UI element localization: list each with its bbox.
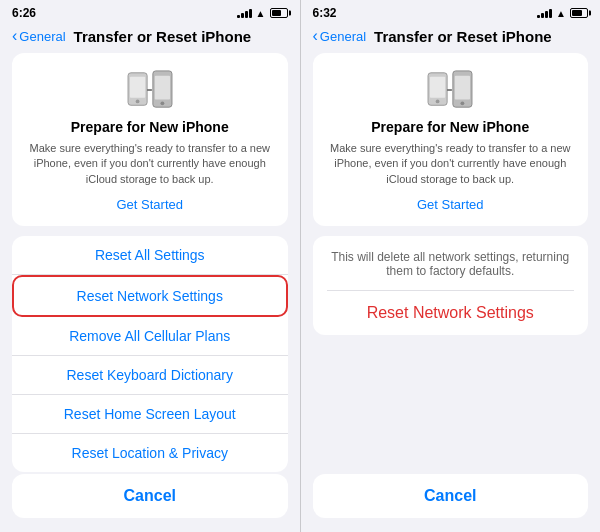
- reset-home-screen-layout[interactable]: Reset Home Screen Layout: [12, 395, 288, 434]
- status-bar-right: 6:32 ▲: [301, 0, 601, 24]
- svg-point-5: [160, 101, 164, 105]
- confirm-description: This will delete all network settings, r…: [327, 250, 575, 291]
- reset-list-left: Reset All Settings Reset Network Setting…: [12, 236, 288, 472]
- confirm-card-right: This will delete all network settings, r…: [313, 236, 589, 335]
- reset-location-privacy[interactable]: Reset Location & Privacy: [12, 434, 288, 472]
- get-started-right[interactable]: Get Started: [417, 197, 483, 212]
- left-screen: 6:26 ▲ ‹ General Transfer or Reset iPhon…: [0, 0, 300, 532]
- svg-rect-7: [430, 77, 445, 98]
- battery-icon-left: [270, 8, 288, 18]
- remove-cellular-plans[interactable]: Remove All Cellular Plans: [12, 317, 288, 356]
- svg-point-8: [436, 100, 440, 104]
- page-title-right: Transfer or Reset iPhone: [374, 28, 552, 45]
- get-started-left[interactable]: Get Started: [117, 197, 183, 212]
- cancel-container-left: Cancel: [12, 474, 288, 518]
- svg-rect-1: [130, 77, 145, 98]
- wifi-icon-left: ▲: [256, 8, 266, 19]
- back-label-right: General: [320, 29, 366, 44]
- cancel-button-right[interactable]: Cancel: [313, 474, 589, 518]
- reset-network-settings[interactable]: Reset Network Settings: [12, 275, 288, 317]
- page-title-left: Transfer or Reset iPhone: [74, 28, 252, 45]
- prepare-icon-right: [426, 69, 474, 111]
- prepare-card-right: Prepare for New iPhone Make sure everyth…: [313, 53, 589, 226]
- reset-all-settings[interactable]: Reset All Settings: [12, 236, 288, 275]
- svg-rect-4: [155, 76, 170, 100]
- confirm-reset-button[interactable]: Reset Network Settings: [327, 291, 575, 335]
- nav-bar-right: ‹ General Transfer or Reset iPhone: [301, 24, 601, 53]
- signal-icon-right: [537, 8, 552, 18]
- battery-icon-right: [570, 8, 588, 18]
- chevron-left-icon-right: ‹: [313, 28, 318, 44]
- prepare-title-right: Prepare for New iPhone: [371, 119, 529, 135]
- prepare-title-left: Prepare for New iPhone: [71, 119, 229, 135]
- back-button-right[interactable]: ‹ General: [313, 29, 367, 44]
- wifi-icon-right: ▲: [556, 8, 566, 19]
- prepare-icon-left: [126, 69, 174, 111]
- svg-rect-10: [455, 76, 470, 100]
- prepare-desc-right: Make sure everything's ready to transfer…: [327, 141, 575, 187]
- signal-icon-left: [237, 8, 252, 18]
- chevron-left-icon: ‹: [12, 28, 17, 44]
- cancel-container-right: Cancel: [313, 474, 589, 518]
- prepare-card-left: Prepare for New iPhone Make sure everyth…: [12, 53, 288, 226]
- status-bar-left: 6:26 ▲: [0, 0, 300, 24]
- status-icons-left: ▲: [237, 8, 288, 19]
- reset-keyboard-dictionary[interactable]: Reset Keyboard Dictionary: [12, 356, 288, 395]
- cancel-button-left[interactable]: Cancel: [12, 474, 288, 518]
- back-button-left[interactable]: ‹ General: [12, 29, 66, 44]
- svg-point-11: [461, 101, 465, 105]
- time-left: 6:26: [12, 6, 36, 20]
- status-icons-right: ▲: [537, 8, 588, 19]
- back-label-left: General: [19, 29, 65, 44]
- svg-point-2: [135, 100, 139, 104]
- right-screen: 6:32 ▲ ‹ General Transfer or Reset iPhon…: [300, 0, 601, 532]
- time-right: 6:32: [313, 6, 337, 20]
- prepare-desc-left: Make sure everything's ready to transfer…: [26, 141, 274, 187]
- nav-bar-left: ‹ General Transfer or Reset iPhone: [0, 24, 300, 53]
